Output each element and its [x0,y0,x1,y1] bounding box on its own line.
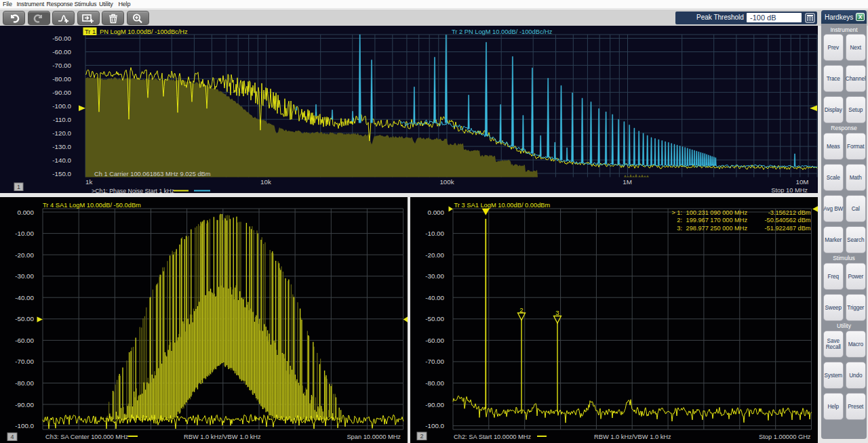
svg-text:100k: 100k [439,178,454,186]
svg-text:Ch3: SA Center 100.000 MHz: Ch3: SA Center 100.000 MHz [45,434,129,440]
svg-text:Span 10.0000 MHz: Span 10.0000 MHz [347,434,401,440]
svg-text:2: 2 [420,433,423,440]
svg-text:0.000: 0.000 [427,209,444,216]
svg-text:-110.0: -110.0 [53,116,72,123]
svg-text:-90.00: -90.00 [52,89,71,96]
svg-text:Tr 3 SA1 LogM 10.00dB/ 0.00: Tr 3 SA1 LogM 10.00dB/ 0.00dBm [454,202,551,209]
svg-text:-100.0: -100.0 [52,102,71,110]
svg-text:-40.00: -40.00 [15,294,34,301]
svg-text:Tr 2 PN LogM 10.00dB/ -100d: Tr 2 PN LogM 10.00dB/ -100dBc/Hz [452,28,553,35]
svg-text:-50.00: -50.00 [15,315,34,322]
svg-text:-150.0: -150.0 [52,170,71,177]
svg-text:-50.540562 dBm: -50.540562 dBm [765,217,811,224]
svg-text:1M: 1M [623,178,632,186]
svg-text:Tr 4 SA1 LogM 10.00dB/ -50.0: Tr 4 SA1 LogM 10.00dB/ -50.0dBm [43,202,141,209]
svg-text:-120.0: -120.0 [52,129,71,137]
svg-text:-130.0: -130.0 [52,143,71,150]
svg-text:-80.00: -80.00 [425,379,444,387]
svg-text:-20.00: -20.00 [15,251,34,259]
svg-text:-60.00: -60.00 [425,337,444,344]
svg-text:2: 2 [519,306,523,314]
svg-text:Stop 10 MHz: Stop 10 MHz [771,187,808,193]
svg-text:-10.00: -10.00 [15,230,34,237]
svg-text:100.231 090 000 MHz: 100.231 090 000 MHz [686,209,748,216]
svg-text:> 1:: > 1: [671,209,682,216]
svg-text:1: 1 [17,184,20,190]
svg-text:298.977 250 000 MHz: 298.977 250 000 MHz [686,225,748,232]
svg-text:>Ch1: Phase Noise Start 1 k: >Ch1: Phase Noise Start 1 kHz [92,188,174,194]
svg-text:-100.0: -100.0 [425,422,444,429]
svg-text:-50.00: -50.00 [52,35,71,42]
svg-text:1k: 1k [85,178,92,186]
svg-text:Ch2: SA Start 10.0000 MHz: Ch2: SA Start 10.0000 MHz [454,434,532,440]
svg-text:10M: 10M [795,178,808,186]
svg-text:-3.156212 dBm: -3.156212 dBm [768,209,811,216]
svg-text:-90.00: -90.00 [15,401,34,408]
svg-text:3:: 3: [677,225,682,232]
svg-text:-70.00: -70.00 [425,358,444,365]
svg-text:-70.00: -70.00 [52,62,71,69]
svg-text:-40.00: -40.00 [425,294,444,301]
svg-text:-20.00: -20.00 [425,251,444,259]
svg-text:-60.00: -60.00 [52,48,71,56]
svg-text:-10.00: -10.00 [425,230,444,237]
svg-text:-30.00: -30.00 [15,272,34,280]
svg-text:4: 4 [10,434,14,440]
svg-text:-90.00: -90.00 [425,401,444,408]
svg-text:Tr 1: Tr 1 [85,28,96,35]
svg-text:RBW 1.0 kHz/VBW 1.0 kHz: RBW 1.0 kHz/VBW 1.0 kHz [594,434,671,440]
svg-text:-100.0: -100.0 [15,422,34,429]
svg-text:-80.00: -80.00 [52,75,71,83]
svg-text:-60.00: -60.00 [15,337,34,344]
svg-text:Stop 1.00000 GHz: Stop 1.00000 GHz [759,434,811,440]
svg-text:Ch 1 Carrier 100.061863 MHz: Ch 1 Carrier 100.061863 MHz 9.025 dBm [94,171,211,177]
svg-text:-51.922487 dBm: -51.922487 dBm [765,225,811,232]
svg-text:-30.00: -30.00 [425,272,444,280]
svg-text:2:: 2: [677,217,682,224]
svg-text:-70.00: -70.00 [15,358,34,365]
svg-text:-140.0: -140.0 [52,156,71,164]
svg-text:3: 3 [555,309,559,316]
svg-text:10k: 10k [260,178,271,186]
svg-text:0.000: 0.000 [17,209,34,216]
svg-text:-50.00: -50.00 [425,315,444,322]
svg-text:RBW 1.0 kHz/VBW 1.0 kHz: RBW 1.0 kHz/VBW 1.0 kHz [184,434,261,440]
svg-text:199.967 170 000 MHz: 199.967 170 000 MHz [686,217,748,224]
svg-text:PN LogM 10.00dB/ -100dBc/Hz: PN LogM 10.00dB/ -100dBc/Hz [100,28,188,35]
svg-text:-80.00: -80.00 [15,379,34,387]
